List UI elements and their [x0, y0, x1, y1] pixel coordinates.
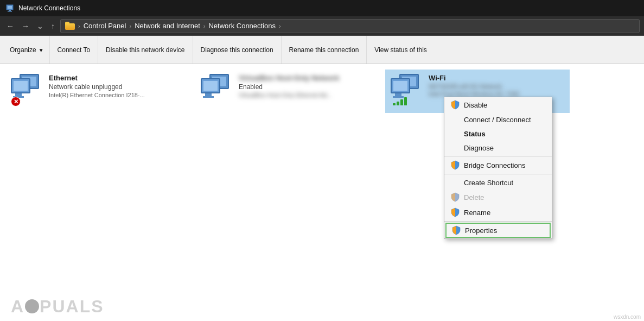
- context-divider-1: [444, 156, 552, 156]
- network-card-virtualbox[interactable]: VirtualBox Host-Only Network Enabled Vir…: [195, 70, 380, 113]
- context-disable-label: Disable: [464, 101, 487, 109]
- virtualbox-icon-area: [201, 74, 233, 106]
- ethernet-icon-area: ✕: [11, 74, 43, 106]
- svg-rect-1: [8, 6, 12, 9]
- context-menu-bridge[interactable]: Bridge Connections: [444, 158, 552, 173]
- toolbar-view-status-label: View status of this: [374, 46, 427, 54]
- context-divider-3: [444, 221, 552, 222]
- virtualbox-info: VirtualBox Host-Only Network Enabled Vir…: [239, 74, 339, 98]
- watermark-puals: PUALS: [40, 297, 104, 316]
- shield-icon-properties: [452, 225, 461, 235]
- toolbar-rename-label: Rename this connection: [289, 46, 359, 54]
- toolbar: Organize ▼ Connect To Disable this netwo…: [0, 36, 644, 64]
- wifi-info: Wi-Fi NETGEAR-wifi-5G-Network Intel Dual…: [429, 74, 519, 97]
- toolbar-view-status[interactable]: View status of this: [367, 36, 435, 64]
- ethernet-info: Ethernet Network cable unplugged Intel(R…: [49, 74, 145, 98]
- ethernet-status: Network cable unplugged: [49, 83, 145, 91]
- appuals-watermark: APUALS: [11, 297, 104, 317]
- virtualbox-computer-icon: [201, 74, 229, 98]
- ethernet-name: Ethernet: [49, 74, 145, 82]
- context-delete-label: Delete: [464, 193, 484, 202]
- toolbar-diagnose[interactable]: Diagnose this connection: [193, 36, 282, 64]
- context-rename-label: Rename: [464, 209, 490, 217]
- svg-rect-2: [9, 10, 11, 11]
- address-breadcrumb: › Control Panel › Network and Internet ›…: [60, 19, 640, 33]
- back-button[interactable]: ←: [4, 21, 16, 32]
- context-menu-create-shortcut[interactable]: Create Shortcut: [444, 175, 552, 190]
- wifi-signal-bars: [393, 97, 407, 105]
- context-properties-label: Properties: [465, 226, 497, 235]
- virtualbox-detail: VirtualBox Host-Only Ethernet Ad...: [239, 92, 339, 98]
- context-create-shortcut-label: Create Shortcut: [464, 179, 513, 187]
- forward-button[interactable]: →: [20, 21, 31, 32]
- shield-icon-rename: [451, 207, 460, 217]
- toolbar-disable[interactable]: Disable this network device: [98, 36, 193, 64]
- network-card-ethernet[interactable]: ✕ Ethernet Network cable unplugged Intel…: [5, 70, 190, 113]
- context-diagnose-label: Diagnose: [464, 144, 494, 152]
- wsxdn-watermark: wsxdn.com: [614, 314, 641, 320]
- context-menu-properties[interactable]: Properties: [445, 223, 551, 238]
- context-menu-delete[interactable]: Delete: [444, 190, 552, 205]
- wifi-name: Wi-Fi: [429, 74, 519, 82]
- context-connect-disconnect-label: Connect / Disconnect: [464, 116, 531, 124]
- shield-icon-delete: [451, 192, 460, 202]
- context-divider-2: [444, 174, 552, 174]
- shield-icon-disable: [451, 100, 460, 110]
- watermark-a: A: [11, 297, 24, 316]
- context-menu: Disable Connect / Disconnect Status Diag…: [444, 97, 552, 239]
- virtualbox-name: VirtualBox Host-Only Network: [239, 74, 339, 82]
- toolbar-connect-to[interactable]: Connect To: [50, 36, 99, 64]
- shield-icon-bridge: [451, 160, 460, 170]
- toolbar-connect-to-label: Connect To: [58, 46, 91, 54]
- context-menu-disable[interactable]: Disable: [444, 97, 552, 112]
- ethernet-detail: Intel(R) Ethernet Connection I218-...: [49, 92, 145, 98]
- ethernet-computer-icon: [11, 74, 39, 98]
- context-menu-connect-disconnect[interactable]: Connect / Disconnect: [444, 112, 552, 127]
- watermark-person-icon: [25, 299, 39, 313]
- organize-label: Organize: [10, 46, 36, 54]
- svg-rect-3: [8, 11, 12, 12]
- recent-dropdown-button[interactable]: ⌄: [35, 21, 46, 32]
- address-bar: ← → ⌄ ↑ › Control Panel › Network and In…: [0, 16, 644, 36]
- breadcrumb-network-connections[interactable]: Network Connections: [208, 22, 276, 30]
- title-bar-text: Network Connections: [18, 4, 80, 12]
- ethernet-error-icon: ✕: [11, 97, 21, 106]
- context-bridge-label: Bridge Connections: [464, 161, 525, 169]
- context-status-label: Status: [464, 130, 486, 138]
- folder-icon: [65, 22, 75, 30]
- toolbar-diagnose-label: Diagnose this connection: [201, 46, 273, 54]
- context-menu-status[interactable]: Status: [444, 127, 552, 141]
- network-connections-icon: [5, 4, 14, 12]
- title-bar: Network Connections: [0, 0, 644, 16]
- wifi-icon-area: [391, 74, 423, 106]
- wifi-ssid: NETGEAR-wifi-5G-Network: [429, 83, 519, 90]
- up-button[interactable]: ↑: [49, 21, 57, 32]
- main-content: ✕ Ethernet Network cable unplugged Intel…: [0, 64, 644, 321]
- context-menu-rename[interactable]: Rename: [444, 205, 552, 220]
- toolbar-disable-label: Disable this network device: [106, 46, 184, 54]
- breadcrumb-control-panel[interactable]: Control Panel: [84, 22, 126, 30]
- organize-arrow: ▼: [39, 47, 44, 53]
- breadcrumb-network-internet[interactable]: Network and Internet: [135, 22, 200, 30]
- organize-button[interactable]: Organize ▼: [4, 36, 50, 64]
- context-menu-diagnose[interactable]: Diagnose: [444, 141, 552, 155]
- virtualbox-status: Enabled: [239, 83, 339, 91]
- wifi-computer-icon: [391, 74, 419, 98]
- toolbar-rename[interactable]: Rename this connection: [282, 36, 367, 64]
